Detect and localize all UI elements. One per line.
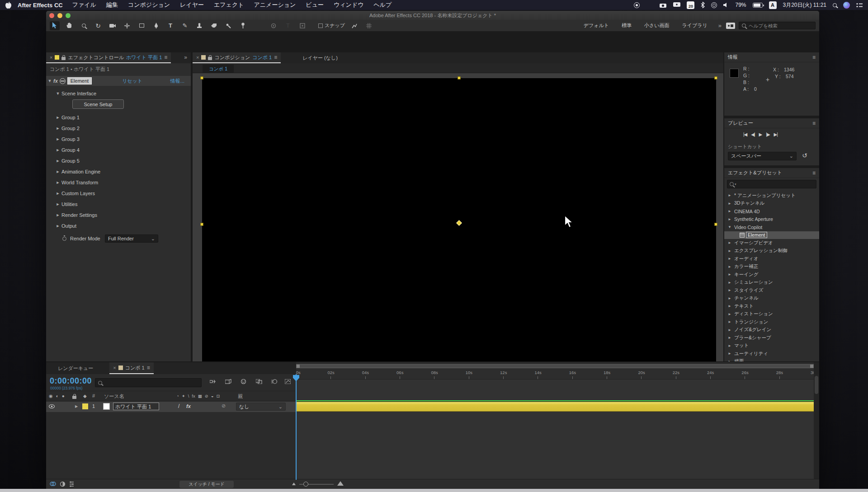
tree-arrow-icon[interactable]: ►	[728, 296, 734, 300]
layer-parent-select[interactable]: なし ⌄	[236, 403, 286, 411]
selection-handle[interactable]	[714, 76, 717, 80]
group-expand-icon[interactable]: ►	[54, 169, 61, 174]
lock-icon[interactable]	[208, 57, 212, 60]
tree-arrow-icon[interactable]: ►	[728, 312, 734, 316]
reset-shortcut-icon[interactable]: ↺	[802, 152, 807, 159]
spotlight-search-icon[interactable]	[833, 3, 837, 7]
effects-category-row[interactable]: ► CINEMA 4D	[724, 207, 819, 216]
panel-menu-icon[interactable]: ≡	[812, 170, 816, 176]
input-source-icon[interactable]: A	[769, 1, 777, 9]
effects-search-box[interactable]: ▾	[727, 180, 816, 188]
calendar-icon[interactable]: 20	[687, 1, 694, 9]
rotate-tool[interactable]: ↻	[93, 21, 103, 30]
eraser-tool[interactable]	[209, 21, 219, 30]
selection-handle[interactable]	[200, 76, 203, 80]
effect-group-row[interactable]: ► World Transform	[46, 177, 191, 188]
switch-column-icon[interactable]: \	[188, 394, 189, 398]
effects-category-row[interactable]: Element	[724, 231, 819, 239]
effect-controls-tab[interactable]: × エフェクトコントロール ホワイト 平面 1 ≡	[46, 52, 171, 63]
timeline-search-box[interactable]	[95, 378, 202, 387]
av-column-icon[interactable]: ●	[62, 394, 65, 398]
text-tool[interactable]: T	[165, 21, 175, 30]
effects-category-row[interactable]: ► チャンネル	[724, 295, 819, 303]
panel-overflow-icon[interactable]: »	[180, 52, 191, 63]
draft-3d-icon[interactable]	[225, 379, 231, 386]
zoom-tool[interactable]	[79, 21, 89, 30]
effect-group-row[interactable]: ► Group 5	[46, 155, 191, 166]
time-ruler[interactable]: :00s02s04s06s08s10s12s14s16s18s20s22s24s…	[296, 362, 814, 380]
timeline-scrollbar[interactable]	[814, 374, 819, 480]
workspace-bar-icon[interactable]	[726, 23, 735, 29]
tree-arrow-icon[interactable]: ►	[728, 320, 734, 324]
pan-behind-tool[interactable]	[122, 21, 132, 30]
timeline-search-input[interactable]	[102, 380, 193, 385]
workspace-tab[interactable]: 小さい画面	[644, 22, 670, 29]
layer-3d-switch[interactable]: ⊘	[222, 403, 226, 409]
menu-item[interactable]: レイヤー	[180, 1, 204, 9]
effects-category-row[interactable]: ► ノイズ&グレイン	[724, 326, 819, 334]
shape-tool[interactable]	[137, 21, 146, 30]
tree-arrow-icon[interactable]: ►	[728, 328, 734, 332]
layer-label-swatch[interactable]	[82, 403, 88, 409]
panel-menu-icon[interactable]: ≡	[812, 54, 816, 61]
close-tab-icon[interactable]: ×	[113, 365, 116, 370]
help-search-input[interactable]	[749, 23, 807, 28]
render-queue-tab[interactable]: レンダーキュー	[54, 362, 97, 374]
tree-arrow-icon[interactable]: ►	[728, 344, 734, 348]
lock-icon[interactable]	[61, 57, 66, 60]
tree-arrow-icon[interactable]: ►	[728, 351, 734, 356]
display-status-icon[interactable]	[673, 2, 680, 8]
tree-arrow-icon[interactable]: ►	[728, 193, 734, 197]
effect-group-row[interactable]: ► Render Settings	[46, 210, 191, 220]
effects-category-row[interactable]: ► イマーシブビデオ	[724, 239, 819, 247]
expand-transfer-controls-icon[interactable]	[60, 481, 66, 488]
transport-button[interactable]: ▶	[759, 132, 762, 137]
camera-tool[interactable]	[108, 21, 118, 30]
collapse-group-icon[interactable]: ▼	[54, 91, 61, 96]
menu-item[interactable]: アニメーション	[254, 1, 296, 9]
timeline-zoom-slider-knob[interactable]	[303, 482, 308, 487]
layer-quality-switch[interactable]: /	[178, 403, 179, 409]
switch-column-icon[interactable]: fx	[192, 394, 195, 398]
effect-group-row[interactable]: ► Output	[46, 220, 191, 231]
track-area[interactable]	[296, 380, 814, 480]
stopwatch-icon[interactable]	[62, 237, 66, 241]
effect-reset-link[interactable]: リセット	[122, 78, 142, 84]
menu-item[interactable]: ウィンドウ	[334, 1, 364, 9]
scene-setup-button[interactable]: Scene Setup	[72, 99, 124, 109]
comp-viewer-tab[interactable]: コンポ 1	[203, 65, 234, 73]
selection-handle[interactable]	[200, 223, 203, 226]
layer-duration-bar[interactable]	[296, 402, 814, 412]
timeline-comp-tab[interactable]: × コンポ 1 ≡	[109, 362, 153, 374]
puppet-pin-tool[interactable]	[238, 21, 248, 30]
tree-arrow-icon[interactable]: ▼	[728, 225, 734, 229]
tree-arrow-icon[interactable]: ►	[728, 281, 734, 285]
menu-datetime[interactable]: 3月20日(火) 11:21	[783, 1, 827, 9]
effects-category-row[interactable]: ► スタイライズ	[724, 286, 819, 295]
effects-category-row[interactable]: ► シミュレーション	[724, 279, 819, 287]
frame-blending-icon[interactable]	[256, 379, 262, 385]
current-time-display[interactable]: 0:00:00:00	[50, 376, 92, 386]
layer-expand-arrow[interactable]: ▶	[75, 404, 78, 408]
tree-arrow-icon[interactable]: ►	[728, 201, 734, 206]
effects-category-row[interactable]: ► 3Dチャンネル	[724, 200, 819, 208]
tree-arrow-icon[interactable]: ►	[728, 241, 734, 245]
workspace-tab[interactable]: デフォルト	[584, 22, 609, 29]
zoom-in-mountain-icon[interactable]	[337, 481, 344, 486]
workspace-tab[interactable]: ライブラリ	[682, 22, 707, 29]
playhead[interactable]	[296, 374, 297, 480]
source-name-column-header[interactable]: ソース名	[104, 393, 124, 400]
effects-category-row[interactable]: ► ブラー&シャープ	[724, 334, 819, 342]
tree-arrow-icon[interactable]: ►	[728, 288, 734, 292]
shutter-status-icon[interactable]	[711, 2, 717, 8]
expand-inout-columns-icon[interactable]	[69, 481, 75, 488]
effect-group-row[interactable]: ► Group 3	[46, 134, 191, 145]
effects-category-row[interactable]: ► トランジション	[724, 318, 819, 326]
group-expand-icon[interactable]: ►	[54, 213, 61, 217]
workspace-overflow-button[interactable]: »	[718, 22, 722, 29]
scene-interface-row[interactable]: ▼ Scene Interface	[46, 89, 191, 98]
transport-button[interactable]: ◀|	[751, 132, 755, 137]
transport-button[interactable]: |◀	[743, 132, 747, 137]
number-column-header[interactable]: #	[92, 393, 95, 398]
switch-column-icon[interactable]: ▦	[198, 394, 202, 398]
